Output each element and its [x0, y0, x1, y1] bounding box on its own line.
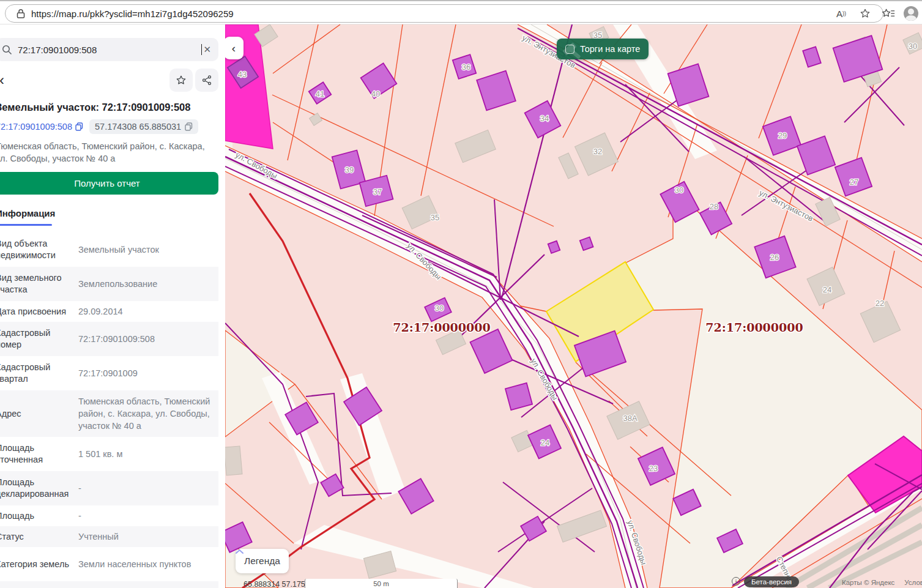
cadastral-map[interactable]: 3530364140433429322739373028352624223038…	[225, 24, 922, 588]
map-parcel-number: 22	[876, 299, 884, 308]
map-canvas[interactable]: 3530364140433429322739373028352624223038…	[225, 24, 922, 588]
parcel-address: Тюменская область, Тюменский район, с. К…	[0, 140, 211, 165]
info-row-label: Адрес	[0, 408, 74, 420]
copy-icon[interactable]	[185, 122, 193, 131]
collections-icon[interactable]	[882, 8, 895, 19]
coordinates-chip[interactable]: 57.174308 65.885031	[89, 119, 198, 134]
info-row-label: Вид объекта недвижимости	[0, 238, 74, 261]
info-row-label: Площадь	[0, 510, 74, 522]
map-parcel-number: 28	[710, 202, 718, 211]
map-parcel-number: 37	[373, 187, 382, 196]
back-button[interactable]: ‹	[0, 73, 8, 87]
cadastral-number-link[interactable]: 72:17:0901009:508	[0, 122, 83, 132]
address-bar[interactable]: https://map.ru/pkk?ysclid=mh1zi7g1dg4520…	[5, 4, 883, 23]
chevron-up-icon	[236, 549, 244, 554]
info-row-value: 1 501 кв. м	[78, 448, 215, 460]
info-row: Дата присвоения29.09.2014	[0, 301, 218, 322]
info-row: АдресТюменская область, Тюменский район,…	[0, 390, 218, 437]
share-icon	[201, 75, 212, 86]
map-parcel-number: 40	[371, 89, 380, 99]
info-row-value: -	[78, 510, 215, 522]
map-parcel-number: 39	[345, 165, 354, 174]
info-row-value: -	[78, 482, 215, 494]
collapse-chevron-icon: ‹	[232, 42, 236, 55]
search-input[interactable]	[18, 45, 203, 55]
info-row-label: Дата присвоения	[0, 306, 74, 318]
search-icon	[2, 45, 12, 55]
get-report-button[interactable]: Получить отчет	[0, 172, 218, 195]
info-row-label: Категория земель	[0, 559, 74, 570]
info-icon[interactable]: i	[732, 577, 740, 586]
profile-avatar[interactable]	[904, 6, 918, 21]
map-parcel-number: 43	[238, 70, 247, 79]
share-button[interactable]	[195, 69, 218, 92]
info-row-value: Учтенный	[78, 530, 215, 543]
attribution-terms[interactable]: Условия испол	[904, 579, 922, 586]
torgi-map-button[interactable]: Торги на карте	[557, 39, 649, 59]
map-parcel-number: 29	[778, 131, 787, 140]
parcel-info-panel: ✕ ‹	[0, 24, 225, 588]
tab-underline	[0, 224, 52, 226]
info-row: СтатусУчтенный	[0, 526, 218, 547]
search-box[interactable]: ✕	[0, 38, 218, 61]
info-row-value: Земли населенных пунктов	[78, 558, 215, 570]
browser-chrome: https://map.ru/pkk?ysclid=mh1zi7g1dg4520…	[0, 0, 922, 24]
page: 3530364140433429322739373028352624223038…	[0, 0, 922, 588]
info-row-value: Земельный участок	[78, 244, 215, 256]
map-parcel-number: 32	[593, 147, 602, 156]
info-rows: Вид объекта недвижимостиЗемельный участо…	[0, 233, 218, 588]
star-icon	[176, 75, 187, 86]
map-scale-bar: 50 m	[305, 579, 458, 588]
panel-collapse-button[interactable]: ‹	[225, 37, 244, 59]
info-row: Вид земельного участкаЗемлепользование	[0, 267, 218, 301]
map-quarter-label: 72:17:0000000	[393, 321, 490, 334]
favorite-button[interactable]	[169, 69, 193, 92]
copy-icon[interactable]	[75, 122, 83, 131]
info-row: Площадь декларированная-	[0, 471, 218, 505]
map-parcel-number: 41	[316, 89, 324, 99]
info-row: Кадастровый номер72:17:0901009:508	[0, 322, 218, 356]
map-parcel-number: 27	[850, 177, 858, 187]
lock-icon	[17, 9, 25, 18]
scale-label: 50 m	[373, 580, 389, 588]
info-row: для строительства	[0, 581, 218, 588]
info-row-value: 29.09.2014	[78, 305, 215, 318]
parcel-title: Земельный участок: 72:17:0901009:508	[0, 102, 218, 113]
torgi-label: Торги на карте	[580, 44, 640, 54]
map-parcel-number: 24	[823, 285, 831, 294]
map-quarter-label: 72:17:0000000	[705, 321, 803, 334]
map-parcel-number: 30	[675, 185, 683, 195]
map-parcel-number: 34	[540, 114, 549, 123]
info-row-label: Площадь декларированная	[0, 477, 74, 500]
info-row-value: Землепользование	[78, 278, 215, 290]
map-attribution: Карты © Яндекс Условия испол	[842, 579, 922, 586]
map-parcel-number: 24	[541, 438, 549, 447]
map-parcel-number: 30	[435, 303, 444, 313]
tab-information[interactable]: Информация	[0, 208, 55, 224]
legend-button[interactable]: Легенда	[236, 549, 289, 573]
map-parcel-number: 23	[649, 464, 658, 473]
info-row: Вид объекта недвижимостиЗемельный участо…	[0, 233, 218, 267]
info-row-value: 72:17:0901009	[78, 367, 215, 379]
info-row-label: Статус	[0, 531, 74, 543]
clear-search-icon[interactable]: ✕	[202, 44, 212, 55]
info-row-value: 72:17:0901009:508	[78, 333, 215, 345]
info-row-label: Кадастровый квартал	[0, 362, 74, 385]
info-row-label: Вид земельного участка	[0, 272, 74, 296]
url-text[interactable]: https://map.ru/pkk?ysclid=mh1zi7g1dg4520…	[31, 9, 234, 19]
beta-badge: Бета-версия	[744, 576, 799, 587]
info-row-label: Кадастровый номер	[0, 327, 74, 351]
map-parcel-number: 35	[431, 213, 439, 222]
map-parcel-number: 36	[462, 62, 470, 72]
legend-label: Легенда	[244, 556, 280, 567]
read-aloud-icon[interactable]: A))	[836, 9, 846, 19]
map-parcel-number: 26	[770, 253, 779, 262]
map-parcel-number: 30	[909, 42, 917, 51]
info-row: Категория земельЗемли населенных пунктов	[0, 547, 218, 581]
info-row: Кадастровый квартал72:17:0901009	[0, 356, 218, 390]
attribution-yandex[interactable]: Карты © Яндекс	[842, 579, 894, 586]
favorites-star-icon[interactable]	[860, 8, 871, 19]
info-row: Площадь уточненная1 501 кв. м	[0, 437, 218, 471]
info-row-label: Площадь уточненная	[0, 442, 74, 466]
info-row: Площадь-	[0, 505, 218, 526]
